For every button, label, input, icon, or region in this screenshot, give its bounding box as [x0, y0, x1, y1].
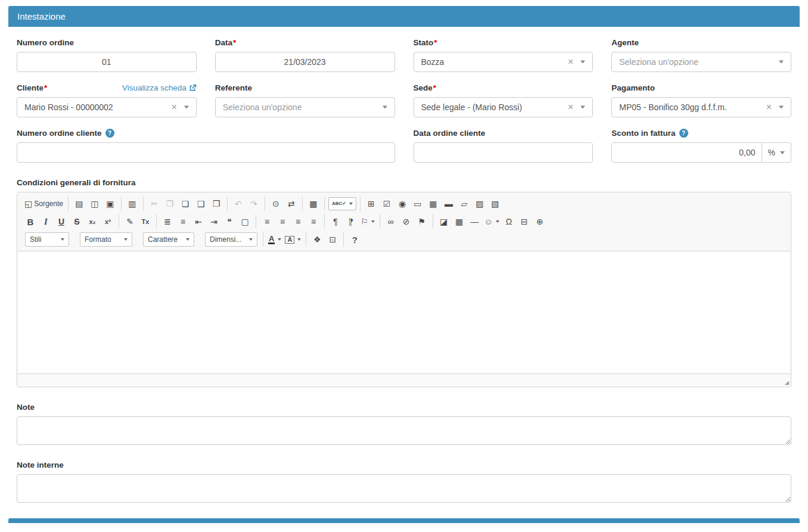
iframe-icon[interactable]: ⊕ — [533, 214, 547, 229]
editor-content-area[interactable] — [17, 251, 791, 374]
unlink-icon[interactable]: ⊘ — [399, 214, 414, 229]
superscript-icon[interactable]: x² — [101, 214, 115, 229]
external-link-icon — [189, 84, 197, 92]
font-combo[interactable]: Carattere — [143, 232, 194, 247]
horizontal-rule-icon[interactable]: ― — [468, 214, 482, 229]
italic-icon[interactable]: I — [39, 214, 53, 229]
paste-from-word-icon[interactable]: ❒ — [209, 197, 223, 211]
format-combo[interactable]: Formato — [80, 232, 132, 247]
button-icon[interactable]: ▱ — [457, 197, 471, 211]
image-button-icon[interactable]: ▨ — [473, 197, 487, 211]
text-color-icon[interactable]: A — [267, 232, 282, 247]
blockquote-icon[interactable]: ❝ — [222, 214, 237, 229]
field-agente: Agente Seleziona un'opzione — [611, 38, 791, 72]
align-center-icon[interactable]: ≡ — [275, 214, 290, 229]
size-combo[interactable]: Dimensi... — [205, 232, 257, 247]
maximize-icon[interactable]: ❖ — [310, 232, 324, 247]
sede-value: Sede legale - (Mario Rossi) — [421, 102, 523, 112]
stato-select[interactable]: Bozza × — [414, 52, 593, 72]
numero-ordine-cliente-input[interactable] — [17, 142, 395, 163]
clear-icon[interactable]: × — [568, 102, 573, 112]
note-interne-label: Note interne — [17, 461, 791, 469]
language-icon[interactable]: ⚐ — [359, 214, 376, 229]
subscript-icon[interactable]: x₂ — [85, 214, 100, 229]
referente-select[interactable]: Seleziona un'opzione — [215, 97, 395, 117]
spell-check-button[interactable]: ABC✓ — [328, 197, 356, 210]
page-break-icon[interactable]: ⊟ — [517, 214, 532, 229]
undo-icon[interactable]: ↶ — [231, 197, 245, 211]
image-icon[interactable]: ◪ — [437, 214, 451, 229]
panel-body: Numero ordine Data* Stato* Bozza × — [8, 27, 800, 503]
print-preview-icon[interactable]: ◫ — [88, 197, 102, 211]
increase-indent-icon[interactable]: ⇥ — [207, 214, 221, 229]
select-all-icon[interactable]: ▩ — [306, 197, 321, 211]
align-left-icon[interactable]: ≡ — [260, 214, 274, 229]
bold-icon[interactable]: B — [23, 214, 38, 229]
decrease-indent-icon[interactable]: ⇤ — [191, 214, 206, 229]
help-icon[interactable]: ? — [105, 129, 114, 138]
paste-plain-text-icon[interactable]: ❑ — [194, 197, 208, 211]
form-icon[interactable]: ⊞ — [364, 197, 378, 211]
note-textarea[interactable] — [17, 416, 791, 445]
radio-button-icon[interactable]: ◉ — [395, 197, 409, 211]
styles-combo[interactable]: Stili — [25, 232, 69, 247]
hidden-field-icon[interactable]: ▧ — [488, 197, 502, 211]
toolbar-group: ? — [343, 232, 365, 247]
about-icon[interactable]: ? — [347, 232, 362, 247]
div-container-icon[interactable]: ▢ — [238, 214, 252, 229]
smiley-icon[interactable]: ☺ — [483, 214, 501, 229]
export-pdf-icon[interactable]: ▤ — [72, 197, 86, 211]
bulleted-list-icon[interactable]: ≡ — [176, 214, 190, 229]
underline-icon[interactable]: U — [54, 214, 69, 229]
show-blocks-icon[interactable]: ⊡ — [325, 232, 340, 247]
paste-icon[interactable]: ❏ — [178, 197, 192, 211]
note-interne-textarea[interactable] — [17, 474, 791, 503]
numbered-list-icon[interactable]: ≣ — [160, 214, 175, 229]
panel-title: Intestazione — [17, 11, 66, 21]
print-icon[interactable]: ▣ — [103, 197, 117, 211]
cliente-select[interactable]: Mario Rossi - 00000002 × — [17, 97, 197, 117]
align-right-icon[interactable]: ≡ — [291, 214, 305, 229]
select-field-icon[interactable]: ▬ — [442, 197, 456, 211]
anchor-icon[interactable]: ⚑ — [415, 214, 429, 229]
source-button[interactable]: ◱Sorgente — [23, 197, 64, 211]
resize-grip-icon[interactable]: ◢ — [785, 380, 789, 385]
strikethrough-icon[interactable]: S — [70, 214, 84, 229]
sconto-in-fattura-input[interactable] — [611, 142, 762, 163]
copy-formatting-icon[interactable]: ✎ — [123, 214, 137, 229]
text-field-icon[interactable]: ▭ — [411, 197, 425, 211]
bidi-ltr-icon[interactable]: ¶ — [328, 214, 343, 229]
sede-select[interactable]: Sede legale - (Mario Rossi) × — [414, 97, 593, 117]
replace-icon[interactable]: ⇄ — [284, 197, 299, 211]
visualizza-scheda-link[interactable]: Visualizza scheda — [122, 83, 197, 92]
clear-icon[interactable]: × — [171, 102, 176, 112]
sconto-unit-select[interactable]: % — [762, 142, 791, 163]
copy-icon[interactable]: ❐ — [163, 197, 177, 211]
special-char-icon[interactable]: Ω — [502, 214, 516, 229]
cut-icon[interactable]: ✂ — [147, 197, 161, 211]
numero-ordine-input[interactable] — [17, 52, 197, 72]
textarea-icon[interactable]: ▦ — [426, 197, 440, 211]
table-icon[interactable]: ▦ — [452, 214, 467, 229]
referente-placeholder: Seleziona un'opzione — [223, 102, 302, 112]
numero-ordine-label: Numero ordine — [17, 38, 74, 47]
pagamento-select[interactable]: MP05 - Bonifico 30gg d.f.f.m. × — [611, 97, 791, 117]
clear-icon[interactable]: × — [766, 102, 772, 112]
background-color-icon[interactable]: A — [284, 232, 302, 247]
toolbar-group: ▥ — [121, 197, 143, 211]
bidi-rtl-icon[interactable]: ¶ — [344, 214, 358, 229]
help-icon[interactable]: ? — [679, 129, 688, 138]
data-ordine-cliente-input[interactable] — [414, 142, 593, 163]
agente-select[interactable]: Seleziona un'opzione — [611, 52, 791, 72]
condizioni-label: Condizioni generali di fornitura — [17, 178, 791, 187]
align-justify-icon[interactable]: ≡ — [306, 214, 321, 229]
link-icon[interactable]: ∞ — [384, 214, 398, 229]
find-icon[interactable]: ⊙ — [269, 197, 283, 211]
templates-icon[interactable]: ▥ — [125, 197, 139, 211]
checkbox-icon[interactable]: ☑ — [380, 197, 394, 211]
redo-icon[interactable]: ↷ — [247, 197, 261, 211]
data-input[interactable] — [215, 52, 395, 72]
clear-icon[interactable]: × — [568, 57, 573, 67]
remove-format-icon[interactable]: Tx — [138, 214, 153, 229]
required-asterisk: * — [434, 38, 437, 47]
